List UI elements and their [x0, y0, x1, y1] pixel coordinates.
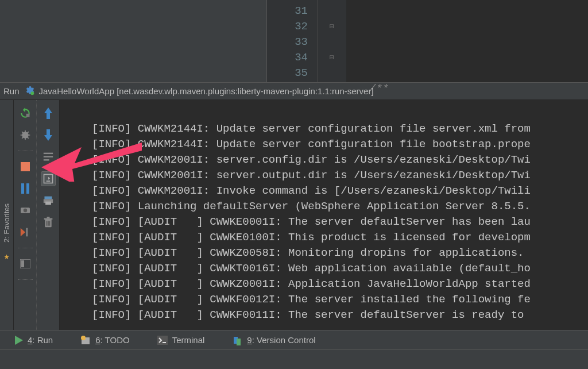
bottom-tool-tabs: 4: Run 6: TODO Terminal 9: Version Contr… — [0, 330, 588, 349]
separator — [18, 151, 33, 151]
tab-todo-key: 6 — [95, 335, 100, 345]
run-toolbar-secondary — [37, 100, 60, 330]
console-output[interactable]: [INFO] CWWKM2144I: Update server configu… — [60, 100, 588, 330]
fold-marker[interactable] — [318, 34, 346, 50]
vcs-icon — [232, 335, 242, 345]
line-number: 34 — [267, 50, 308, 66]
svg-point-7 — [23, 209, 26, 212]
scroll-down-button[interactable] — [41, 128, 56, 143]
console-line: [INFO] Launching defaultServer (WebSpher… — [92, 200, 531, 213]
svg-rect-10 — [21, 260, 24, 267]
console-line: [INFO] [AUDIT ] CWWKE0001I: The server d… — [92, 216, 531, 228]
svg-rect-3 — [21, 162, 30, 171]
console-line: [INFO] CWWKM2144I: Update server configu… — [92, 138, 531, 151]
tab-vcs-label: : Version Control — [252, 335, 316, 345]
tab-todo[interactable]: 6: TODO — [80, 335, 129, 345]
console-line: [INFO] [AUDIT ] CWWKF0011I: The server d… — [92, 309, 531, 321]
exit-button[interactable] — [18, 225, 33, 240]
line-number: 32 — [267, 19, 308, 34]
fold-gutter: ⊟ ⊟ — [318, 0, 346, 82]
console-line: [INFO] CWWKM2001I: server.config.dir is … — [92, 153, 531, 166]
console-line: [INFO] CWWKM2001I: Invoke command is [/U… — [92, 184, 531, 197]
svg-rect-23 — [46, 221, 47, 226]
svg-rect-4 — [21, 183, 24, 194]
pause-button[interactable] — [18, 181, 33, 196]
tab-terminal-label: Terminal — [172, 335, 205, 345]
svg-rect-19 — [45, 202, 51, 205]
fold-marker[interactable]: ⊟ — [318, 50, 346, 66]
separator — [18, 279, 33, 280]
line-number: 31 — [267, 3, 308, 19]
line-number: 33 — [267, 34, 308, 50]
layout-button[interactable] — [18, 256, 33, 271]
tab-vcs-key: 9 — [247, 335, 252, 345]
gear-icon — [24, 85, 34, 97]
separator — [18, 248, 33, 248]
svg-rect-22 — [47, 217, 49, 218]
rerun-button[interactable] — [18, 106, 33, 121]
tab-run-label: : Run — [32, 335, 53, 345]
stop-button[interactable] — [18, 159, 33, 174]
status-bar — [0, 349, 588, 363]
svg-rect-1 — [26, 114, 29, 117]
console-line: [INFO] CWWKM2001I: server.output.dir is … — [92, 169, 531, 182]
console-line: [INFO] [AUDIT ] CWWKE0100I: This product… — [92, 231, 531, 244]
star-icon[interactable]: ★ — [4, 251, 10, 262]
code-content[interactable]: /** * @see HttpServlet#doGet(Ht */ @Over… — [346, 0, 553, 82]
run-toolbar-primary — [14, 100, 37, 330]
favorites-tab[interactable]: 2: Favorites — [2, 203, 11, 243]
dump-threads-button[interactable] — [18, 203, 33, 218]
console-line: [INFO] [AUDIT ] CWWKF0012I: The server i… — [92, 293, 531, 306]
svg-rect-8 — [26, 228, 27, 237]
tab-run[interactable]: 4: Run — [15, 335, 53, 345]
scroll-to-end-button[interactable] — [41, 171, 56, 186]
print-button[interactable] — [41, 193, 56, 208]
console-line: [INFO] CWWKM2144I: Update server configu… — [92, 122, 531, 135]
tab-todo-label: : TODO — [100, 335, 130, 345]
svg-rect-14 — [43, 156, 52, 157]
line-number-gutter: 31 32 33 34 35 — [267, 0, 318, 82]
svg-rect-28 — [157, 336, 168, 345]
svg-rect-15 — [43, 159, 49, 160]
console-line: [INFO] [AUDIT ] CWWKZ0001I: Application … — [92, 278, 531, 290]
clear-all-button[interactable] — [41, 215, 56, 230]
tab-version-control[interactable]: 9: Version Control — [232, 335, 315, 345]
svg-rect-21 — [44, 218, 52, 220]
fold-marker[interactable] — [318, 66, 346, 81]
left-rail: 2: Favorites ★ — [0, 100, 14, 330]
scroll-up-button[interactable] — [41, 106, 56, 121]
fold-marker[interactable] — [318, 3, 346, 19]
svg-rect-12 — [47, 129, 50, 135]
line-number: 35 — [267, 66, 308, 81]
console-line: [INFO] [AUDIT ] CWWKT0016I: Web applicat… — [92, 262, 531, 275]
svg-rect-30 — [237, 339, 241, 345]
svg-rect-24 — [48, 221, 49, 226]
svg-point-0 — [30, 91, 34, 95]
editor-area: 31 32 33 34 35 ⊟ ⊟ /** * @see HttpServle… — [0, 0, 588, 83]
svg-rect-17 — [44, 197, 52, 199]
svg-rect-13 — [43, 153, 52, 154]
svg-rect-5 — [26, 183, 29, 194]
fold-marker[interactable]: ⊟ — [318, 19, 346, 34]
run-panel: 2: Favorites ★ — [0, 100, 588, 330]
terminal-icon — [157, 336, 168, 345]
tab-terminal[interactable]: Terminal — [157, 335, 205, 345]
run-header-prefix: Run — [3, 86, 20, 96]
svg-rect-11 — [47, 113, 50, 119]
svg-rect-25 — [49, 221, 50, 226]
svg-point-27 — [81, 336, 86, 340]
editor-left-panel — [0, 0, 267, 82]
console-line: [INFO] [AUDIT ] CWWKZ0058I: Monitoring d… — [92, 247, 524, 259]
soft-wrap-button[interactable] — [41, 149, 56, 164]
play-icon — [15, 336, 23, 345]
run-config-title: JavaHelloWorldApp [net.wasdev.wlp.maven.… — [39, 86, 374, 96]
debug-button[interactable] — [18, 128, 33, 143]
todo-icon — [80, 335, 91, 345]
